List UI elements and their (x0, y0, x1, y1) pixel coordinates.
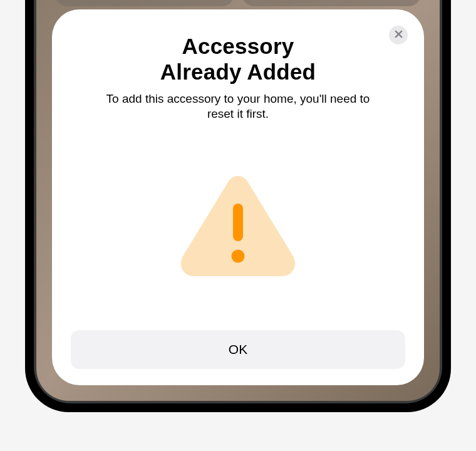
phone-screen: Accessory Already Added To add this acce… (36, 0, 440, 401)
modal-sheet: Accessory Already Added To add this acce… (52, 9, 424, 385)
phone-frame: Accessory Already Added To add this acce… (25, 0, 451, 412)
warning-triangle-icon (175, 168, 301, 284)
backdrop-chip (55, 0, 234, 6)
phone-inner-border: Accessory Already Added To add this acce… (34, 0, 442, 403)
modal-subtitle: To add this accessory to your home, you'… (100, 91, 376, 122)
svg-point-1 (232, 249, 245, 262)
ok-button[interactable]: OK (71, 330, 405, 369)
close-button[interactable] (389, 26, 408, 44)
close-icon (395, 30, 403, 40)
backdrop-chip (242, 0, 421, 6)
modal-title: Accessory Already Added (160, 33, 316, 85)
svg-rect-0 (233, 204, 243, 241)
warning-icon-container (175, 128, 301, 324)
